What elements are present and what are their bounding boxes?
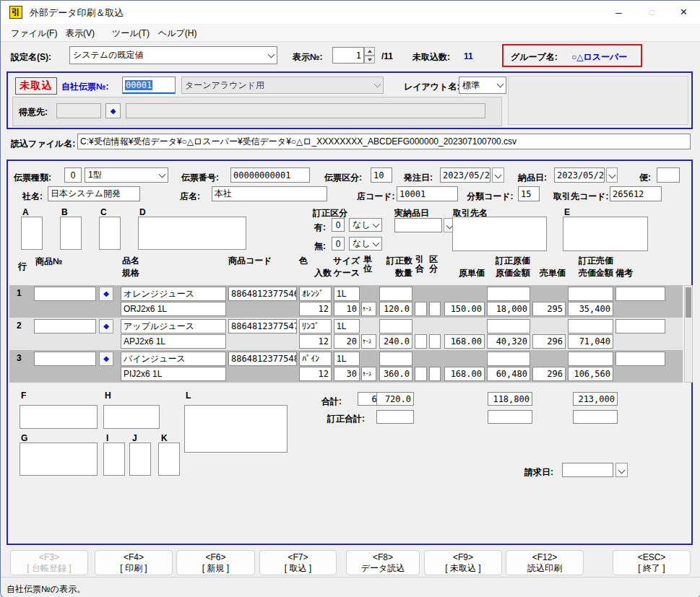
field-b-box[interactable] [60, 217, 82, 250]
correction-yes-combobox[interactable]: なし [349, 218, 382, 232]
cost-price-cell[interactable]: 168.00 [444, 367, 485, 381]
division-cell[interactable] [429, 367, 441, 381]
field-j-box[interactable] [129, 443, 151, 476]
f6-new-button[interactable]: <F6> [ 新規 ] [176, 550, 255, 575]
invoice-date-dropdown[interactable] [615, 463, 628, 477]
company-field[interactable]: 日本システム開発 [48, 186, 140, 201]
item-no-field[interactable] [34, 287, 96, 301]
minimize-button[interactable]: – [602, 1, 635, 23]
item-spec-cell[interactable]: PIJ2x6 1L [121, 367, 226, 381]
field-i-box[interactable] [103, 443, 125, 476]
item-no-field[interactable] [34, 352, 96, 366]
cases-cell[interactable]: 10 [334, 302, 360, 316]
field-c-box[interactable] [99, 217, 121, 250]
item-spec-cell[interactable]: ORJ2x6 1L [121, 302, 226, 316]
f4-print-button[interactable]: <F4> [ 印刷 ] [95, 550, 173, 575]
corr-qty-cell[interactable] [379, 352, 412, 366]
field-d-box[interactable] [138, 217, 246, 250]
category-code-field[interactable]: 15 [518, 186, 540, 201]
partner-code-field[interactable]: 265612 [610, 186, 662, 201]
slip-type-combobox[interactable]: 1型 [85, 167, 168, 183]
note-cell[interactable] [615, 319, 665, 334]
item-name-cell[interactable]: アップルジュース [121, 319, 226, 334]
menu-file[interactable]: ファイル(F) [11, 27, 57, 40]
correction-no-combobox[interactable]: なし [349, 237, 382, 250]
item-name-cell[interactable]: オレンジジュース [121, 287, 226, 301]
order-date-field[interactable]: 2023/05/21 [440, 167, 491, 183]
unit-cell[interactable]: ｹｰｽ [361, 302, 376, 316]
slip-type-code-field[interactable]: 0 [64, 167, 82, 183]
item-no-field[interactable] [34, 319, 96, 334]
field-l-box[interactable] [184, 405, 288, 453]
field-k-box[interactable] [158, 443, 180, 476]
qty-cell[interactable]: 240.0 [379, 334, 412, 349]
item-name-cell[interactable]: パインジュース [121, 352, 226, 366]
f12-read-print-button[interactable]: <F12> 読込印刷 [506, 550, 584, 575]
field-h-box[interactable] [103, 405, 160, 429]
sell-amount-cell[interactable]: 71,040 [568, 334, 613, 349]
size-cell[interactable]: 1L [334, 352, 360, 366]
correction-no-code-field[interactable]: 0 [332, 237, 345, 250]
delivery-date-field[interactable]: 2023/05/22 [554, 167, 605, 183]
customer-code-field[interactable] [56, 103, 101, 118]
corr-cost-cell[interactable] [487, 287, 530, 301]
setting-name-combobox[interactable]: システムの既定値 [69, 46, 277, 64]
display-no-spinner[interactable] [364, 47, 375, 64]
pull-cell[interactable] [415, 302, 427, 316]
f9-pending-button[interactable]: <F9> [ 未取込 ] [424, 550, 502, 575]
turnaround-combobox[interactable]: ターンアラウンド用 [181, 77, 384, 94]
display-no-field[interactable]: 1 [332, 47, 364, 64]
read-file-path-field[interactable]: C:¥受信情報¥受信データ¥○△ロスーパー¥受信データ¥○△ロ_XXXXXXXX… [77, 134, 691, 149]
color-cell[interactable]: ﾘﾝｺﾞ [299, 319, 332, 334]
item-code-cell[interactable]: 8864812377546 [228, 287, 297, 301]
scrollbar-thumb[interactable] [686, 287, 691, 318]
f8-data-read-button[interactable]: <F8> データ読込 [346, 550, 420, 575]
cost-amount-cell[interactable]: 18,000 [487, 302, 530, 316]
spinner-up-button[interactable] [364, 47, 375, 56]
cost-amount-cell[interactable]: 60,480 [487, 367, 530, 381]
color-cell[interactable]: ﾊﾟｲﾝ [299, 352, 332, 366]
correction-yes-code-field[interactable]: 0 [332, 218, 345, 232]
item-code-cell[interactable]: 8864812377548 [228, 352, 297, 366]
item-code-cell[interactable]: 8864812377547 [228, 319, 297, 334]
corr-sell-cell[interactable] [568, 319, 613, 334]
table-scrollbar[interactable] [684, 285, 693, 383]
menu-tool[interactable]: ツール(T) [112, 27, 150, 40]
item-lookup-button[interactable]: ◆ [99, 352, 113, 366]
customer-lookup-button[interactable]: ◆ [105, 103, 121, 118]
pull-cell[interactable] [415, 334, 427, 349]
corr-cost-cell[interactable] [487, 319, 530, 334]
pull-cell[interactable] [415, 367, 427, 381]
size-cell[interactable]: 1L [334, 287, 360, 301]
color-cell[interactable]: ｵﾚﾝｼﾞ [299, 287, 332, 301]
close-button[interactable]: ✕ [667, 1, 700, 23]
field-e-box[interactable] [563, 217, 648, 251]
sell-price-cell[interactable]: 296 [532, 367, 566, 381]
qty-cell[interactable]: 120.0 [379, 302, 412, 316]
store-field[interactable]: 本社 [212, 186, 327, 201]
order-date-dropdown[interactable] [492, 167, 504, 183]
sell-amount-cell[interactable]: 35,400 [568, 302, 613, 316]
f3-ledger-register-button[interactable]: <F3> [ 台帳登録 ] [10, 550, 88, 575]
qty-cell[interactable]: 360.0 [379, 367, 412, 381]
size-cell[interactable]: 1L [334, 319, 360, 334]
item-spec-cell[interactable]: APJ2x6 1L [121, 334, 226, 349]
corr-sell-cell[interactable] [568, 287, 613, 301]
corr-sell-cell[interactable] [568, 352, 613, 366]
corr-cost-cell[interactable] [487, 352, 530, 366]
unit-cell[interactable]: ｹｰｽ [361, 367, 376, 381]
delivery-date-dropdown[interactable] [606, 167, 618, 183]
sell-price-cell[interactable]: 296 [532, 334, 566, 349]
layout-combobox[interactable]: 標準 [459, 77, 506, 94]
partner-name-box[interactable] [452, 217, 547, 251]
slip-class-field[interactable]: 10 [371, 167, 392, 183]
f7-import-button[interactable]: <F7> [ 取込 ] [259, 550, 337, 575]
item-lookup-button[interactable]: ◆ [99, 319, 113, 334]
unit-cell[interactable]: ｹｰｽ [361, 334, 376, 349]
units-per-cell[interactable]: 12 [299, 367, 332, 381]
flight-field[interactable] [657, 167, 680, 183]
esc-exit-button[interactable]: <ESC> [ 終了 ] [613, 550, 691, 575]
units-per-cell[interactable]: 12 [299, 334, 332, 349]
corr-qty-cell[interactable] [379, 287, 412, 301]
division-cell[interactable] [429, 334, 441, 349]
